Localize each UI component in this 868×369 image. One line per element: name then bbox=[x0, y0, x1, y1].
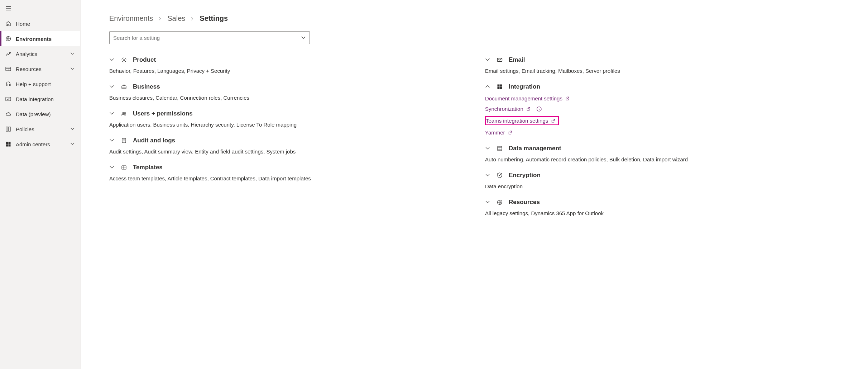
group-header[interactable]: Integration bbox=[485, 82, 847, 92]
group-subtext: Email settings, Email tracking, Mailboxe… bbox=[485, 68, 847, 74]
headset-icon bbox=[5, 81, 11, 87]
external-link-icon bbox=[508, 130, 513, 135]
nav-item-policies[interactable]: Policies bbox=[0, 122, 80, 137]
nav-label: Home bbox=[16, 21, 30, 27]
admin-icon bbox=[5, 141, 11, 147]
settings-group-audit-and-logs: Audit and logsAudit settings, Audit summ… bbox=[109, 136, 471, 155]
chevron-down-icon bbox=[109, 57, 115, 63]
search-combobox[interactable] bbox=[109, 31, 310, 44]
briefcase-icon bbox=[121, 84, 127, 90]
group-subtext: Audit settings, Audit summary view, Enti… bbox=[109, 148, 471, 155]
chevron-right-icon bbox=[158, 14, 162, 23]
nav-label: Policies bbox=[16, 126, 34, 132]
group-header[interactable]: Encryption bbox=[485, 170, 847, 180]
chevron-down-icon bbox=[70, 127, 75, 132]
group-title: Templates bbox=[133, 164, 163, 171]
chevron-down-icon bbox=[109, 111, 115, 117]
mail-icon bbox=[497, 57, 503, 63]
group-links: Document management settingsSynchronizat… bbox=[485, 95, 847, 136]
group-subtext: Behavior, Features, Languages, Privacy +… bbox=[109, 68, 471, 74]
settings-group-resources: ResourcesAll legacy settings, Dynamics 3… bbox=[485, 197, 847, 216]
group-title: Business bbox=[133, 83, 160, 90]
main-content: Environments Sales Settings ProductBehav… bbox=[81, 0, 868, 369]
settings-link-yammer[interactable]: Yammer bbox=[485, 129, 847, 136]
group-header[interactable]: Data management bbox=[485, 143, 847, 153]
group-title: Encryption bbox=[509, 172, 541, 179]
nav-item-data-integration[interactable]: Data integration bbox=[0, 91, 80, 107]
group-header[interactable]: Templates bbox=[109, 162, 471, 172]
chevron-down-icon bbox=[70, 51, 75, 56]
group-title: Integration bbox=[509, 83, 540, 90]
nav-item-analytics[interactable]: Analytics bbox=[0, 46, 80, 61]
chevron-right-icon bbox=[190, 14, 195, 23]
group-subtext: Data encryption bbox=[485, 183, 847, 189]
group-header[interactable]: Product bbox=[109, 55, 471, 65]
external-link-icon bbox=[551, 118, 556, 123]
nav-item-admin-centers[interactable]: Admin centers bbox=[0, 137, 80, 152]
settings-group-integration: IntegrationDocument management settingsS… bbox=[485, 82, 847, 136]
resources-icon bbox=[5, 66, 11, 72]
group-title: Resources bbox=[509, 199, 540, 206]
external-link-icon bbox=[565, 96, 570, 101]
group-subtext: Business closures, Calendar, Connection … bbox=[109, 95, 471, 101]
breadcrumb-sales[interactable]: Sales bbox=[167, 14, 185, 23]
breadcrumb-current: Settings bbox=[200, 14, 228, 23]
link-label: Document management settings bbox=[485, 95, 562, 101]
nav-item-help-support[interactable]: Help + support bbox=[0, 76, 80, 91]
settings-link-synchronization[interactable]: Synchronization bbox=[485, 106, 847, 112]
gear-icon bbox=[121, 57, 127, 63]
nav-label: Help + support bbox=[16, 81, 51, 87]
settings-link-document-management-settings[interactable]: Document management settings bbox=[485, 95, 847, 101]
group-subtext: Application users, Business units, Hiera… bbox=[109, 122, 471, 128]
nav-item-environments[interactable]: Environments bbox=[0, 31, 80, 46]
globe-icon bbox=[5, 36, 11, 42]
settings-group-email: EmailEmail settings, Email tracking, Mai… bbox=[485, 55, 847, 74]
settings-group-data-management: Data managementAuto numbering, Automatic… bbox=[485, 143, 847, 162]
settings-group-business: BusinessBusiness closures, Calendar, Con… bbox=[109, 82, 471, 101]
cloud-icon bbox=[5, 111, 11, 117]
settings-group-templates: TemplatesAccess team templates, Article … bbox=[109, 162, 471, 181]
settings-group-users-permissions: Users + permissionsApplication users, Bu… bbox=[109, 109, 471, 128]
chevron-down-icon bbox=[109, 84, 115, 90]
group-header[interactable]: Audit and logs bbox=[109, 136, 471, 146]
breadcrumb: Environments Sales Settings bbox=[109, 14, 847, 23]
search-input[interactable] bbox=[113, 35, 301, 41]
audit-icon bbox=[121, 137, 127, 144]
windows-icon bbox=[497, 84, 503, 90]
settings-link-teams-integration-settings[interactable]: Teams integration settings bbox=[485, 116, 559, 125]
nav-label: Data (preview) bbox=[16, 111, 51, 117]
nav-label: Admin centers bbox=[16, 141, 50, 147]
chevron-down-icon bbox=[301, 35, 306, 40]
analytics-icon bbox=[5, 51, 11, 57]
group-header[interactable]: Users + permissions bbox=[109, 109, 471, 119]
shield-icon bbox=[497, 172, 503, 179]
nav-label: Data integration bbox=[16, 96, 54, 102]
breadcrumb-environments[interactable]: Environments bbox=[109, 14, 153, 23]
chevron-down-icon bbox=[109, 165, 115, 170]
group-subtext: Auto numbering, Automatic record creatio… bbox=[485, 156, 847, 162]
nav-item-data-preview-[interactable]: Data (preview) bbox=[0, 107, 80, 122]
chevron-up-icon bbox=[485, 84, 491, 90]
group-subtext: Access team templates, Article templates… bbox=[109, 175, 471, 181]
nav-item-home[interactable]: Home bbox=[0, 16, 80, 31]
group-header[interactable]: Email bbox=[485, 55, 847, 65]
link-label: Synchronization bbox=[485, 106, 523, 112]
group-header[interactable]: Business bbox=[109, 82, 471, 92]
nav-label: Resources bbox=[16, 66, 42, 72]
info-icon[interactable] bbox=[536, 106, 542, 112]
nav-label: Analytics bbox=[16, 51, 37, 57]
chevron-down-icon bbox=[485, 57, 491, 63]
group-title: Audit and logs bbox=[133, 137, 175, 144]
chevron-down-icon bbox=[485, 172, 491, 178]
hamburger-menu[interactable] bbox=[0, 1, 80, 16]
group-header[interactable]: Resources bbox=[485, 197, 847, 207]
chevron-down-icon bbox=[70, 142, 75, 147]
home-icon bbox=[5, 20, 11, 27]
globe2-icon bbox=[497, 199, 503, 205]
external-link-icon bbox=[526, 107, 531, 112]
nav-item-resources[interactable]: Resources bbox=[0, 61, 80, 76]
chevron-down-icon bbox=[70, 66, 75, 71]
settings-group-encryption: EncryptionData encryption bbox=[485, 170, 847, 189]
group-title: Users + permissions bbox=[133, 110, 193, 117]
link-label: Teams integration settings bbox=[486, 118, 548, 124]
